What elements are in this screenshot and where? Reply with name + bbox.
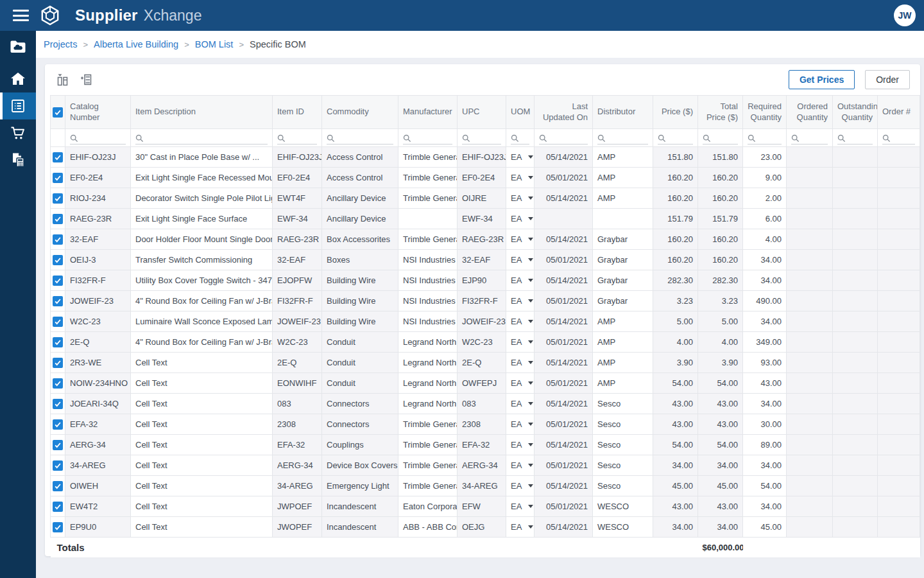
cell-uom[interactable]: EA bbox=[506, 270, 535, 291]
cell-required_quantity[interactable]: 89.00 bbox=[743, 435, 787, 455]
filter-outstanding_quantity[interactable] bbox=[833, 129, 878, 147]
filter-upc[interactable] bbox=[458, 129, 506, 147]
row-checkbox[interactable] bbox=[53, 378, 63, 389]
cell-item_description[interactable]: Door Holder Floor Mount Single Door bbox=[131, 229, 273, 250]
sidebar-item-projects[interactable] bbox=[0, 33, 36, 60]
cell-item_description[interactable]: Utility Box Cover Toggle Switch - 347V bbox=[131, 270, 273, 291]
row-checkbox[interactable] bbox=[53, 173, 63, 183]
cell-required_quantity[interactable]: 34.00 bbox=[743, 270, 787, 291]
header-catalog_number[interactable]: Catalog Number bbox=[65, 96, 131, 129]
row-checkbox[interactable] bbox=[53, 419, 63, 430]
row-checkbox[interactable] bbox=[53, 440, 63, 450]
cell-uom[interactable]: EA bbox=[506, 311, 535, 332]
uom-dropdown[interactable]: EA bbox=[511, 399, 529, 408]
column-chooser-icon[interactable] bbox=[56, 73, 69, 86]
cell-manufacturer[interactable] bbox=[398, 209, 458, 229]
cell-item_description[interactable]: 4" Round Box for Ceiling Fan w/ J-Bracke… bbox=[131, 332, 273, 353]
header-uom[interactable]: UOM bbox=[506, 96, 535, 129]
cell-manufacturer[interactable]: ABB - ABB Control bbox=[398, 517, 458, 538]
row-checkbox[interactable] bbox=[53, 193, 63, 204]
cell-required_quantity[interactable]: 34.00 bbox=[743, 455, 787, 476]
filter-total_price[interactable] bbox=[698, 129, 743, 147]
breadcrumb-link-bom-list[interactable]: BOM List bbox=[195, 39, 234, 49]
uom-dropdown[interactable]: EA bbox=[511, 522, 529, 532]
cell-uom[interactable]: EA bbox=[506, 291, 535, 311]
uom-dropdown[interactable]: EA bbox=[511, 173, 529, 182]
cell-uom[interactable]: EA bbox=[506, 414, 535, 435]
row-checkbox[interactable] bbox=[53, 317, 63, 327]
row-checkbox[interactable] bbox=[53, 337, 63, 347]
cell-uom[interactable]: EA bbox=[506, 353, 535, 373]
cell-distributor[interactable]: Graybar bbox=[593, 270, 653, 291]
cell-uom[interactable]: EA bbox=[506, 168, 535, 188]
cell-required_quantity[interactable]: 34.00 bbox=[743, 496, 787, 517]
cell-distributor[interactable]: WESCO bbox=[593, 517, 653, 538]
cell-uom[interactable]: EA bbox=[506, 332, 535, 353]
cell-uom[interactable]: EA bbox=[506, 496, 535, 517]
cell-uom[interactable]: EA bbox=[506, 476, 535, 496]
filter-item_id[interactable] bbox=[273, 129, 322, 147]
cell-required_quantity[interactable]: 45.00 bbox=[743, 517, 787, 538]
cell-item_description[interactable]: Transfer Switch Commissioning bbox=[131, 250, 273, 270]
cell-distributor[interactable]: Graybar bbox=[593, 291, 653, 311]
hamburger-menu-icon[interactable] bbox=[13, 10, 29, 21]
sidebar-item-bom-list[interactable] bbox=[0, 92, 36, 119]
uom-dropdown[interactable]: EA bbox=[511, 234, 529, 244]
sidebar-item-home[interactable] bbox=[0, 66, 36, 92]
avatar[interactable]: JW bbox=[894, 4, 916, 26]
header-outstanding_quantity[interactable]: Outstanding Quantity bbox=[833, 96, 878, 129]
header-item_id[interactable]: Item ID bbox=[273, 96, 322, 129]
header-select[interactable] bbox=[51, 96, 65, 129]
cell-distributor[interactable]: WESCO bbox=[593, 496, 653, 517]
row-checkbox[interactable] bbox=[53, 214, 63, 224]
header-ordered_quantity[interactable]: Ordered Quantity bbox=[787, 96, 833, 129]
uom-dropdown[interactable]: EA bbox=[511, 317, 529, 326]
cell-manufacturer[interactable]: Legrand North America bbox=[398, 332, 458, 353]
cell-manufacturer[interactable]: NSI Industries bbox=[398, 291, 458, 311]
cell-item_description[interactable]: Cell Text bbox=[131, 517, 273, 538]
cell-manufacturer[interactable]: Trimble General bbox=[398, 435, 458, 455]
cell-distributor[interactable]: AMP bbox=[593, 332, 653, 353]
uom-dropdown[interactable]: EA bbox=[511, 460, 529, 470]
header-price[interactable]: Price ($) bbox=[653, 96, 698, 129]
filter-manufacturer[interactable] bbox=[398, 129, 458, 147]
cell-uom[interactable]: EA bbox=[506, 188, 535, 209]
row-checkbox[interactable] bbox=[53, 502, 63, 512]
uom-dropdown[interactable]: EA bbox=[511, 502, 529, 511]
cell-distributor[interactable]: Graybar bbox=[593, 250, 653, 270]
cell-manufacturer[interactable]: Trimble General bbox=[398, 414, 458, 435]
row-checkbox[interactable] bbox=[53, 255, 63, 265]
cell-required_quantity[interactable]: 34.00 bbox=[743, 250, 787, 270]
cell-manufacturer[interactable]: NSI Industries bbox=[398, 250, 458, 270]
header-commodity[interactable]: Commodity bbox=[322, 96, 398, 129]
cell-distributor[interactable] bbox=[593, 209, 653, 229]
header-required_quantity[interactable]: Required Quantity bbox=[743, 96, 787, 129]
cell-item_description[interactable]: Cell Text bbox=[131, 414, 273, 435]
cell-required_quantity[interactable]: 2.00 bbox=[743, 188, 787, 209]
row-chooser-icon[interactable] bbox=[80, 73, 92, 86]
cell-required_quantity[interactable]: 30.00 bbox=[743, 414, 787, 435]
cell-uom[interactable]: EA bbox=[506, 250, 535, 270]
cell-distributor[interactable]: AMP bbox=[593, 168, 653, 188]
cell-item_description[interactable]: Cell Text bbox=[131, 455, 273, 476]
cell-manufacturer[interactable]: NSI Industries bbox=[398, 270, 458, 291]
uom-dropdown[interactable]: EA bbox=[511, 296, 529, 306]
filter-distributor[interactable] bbox=[593, 129, 653, 147]
cell-item_description[interactable]: Cell Text bbox=[131, 476, 273, 496]
sidebar-item-estimates[interactable] bbox=[0, 146, 36, 173]
cell-uom[interactable]: EA bbox=[506, 373, 535, 394]
row-checkbox[interactable] bbox=[53, 399, 63, 409]
cell-item_description[interactable]: Cell Text bbox=[131, 496, 273, 517]
cell-required_quantity[interactable]: 34.00 bbox=[743, 394, 787, 414]
filter-last_updated_on[interactable] bbox=[535, 129, 593, 147]
cell-manufacturer[interactable]: Legrand North America bbox=[398, 373, 458, 394]
uom-dropdown[interactable]: EA bbox=[511, 481, 529, 491]
cell-required_quantity[interactable]: 54.00 bbox=[743, 476, 787, 496]
row-checkbox[interactable] bbox=[53, 234, 63, 245]
cell-distributor[interactable]: Sesco bbox=[593, 476, 653, 496]
row-checkbox[interactable] bbox=[53, 481, 63, 491]
cell-item_description[interactable]: Decorator Switch Single Pole Pilot Light bbox=[131, 188, 273, 209]
header-order_number[interactable]: Order # bbox=[878, 96, 920, 129]
cell-item_description[interactable]: 30" Cast in Place Pole Base w/ ... bbox=[131, 147, 273, 168]
uom-dropdown[interactable]: EA bbox=[511, 276, 529, 285]
